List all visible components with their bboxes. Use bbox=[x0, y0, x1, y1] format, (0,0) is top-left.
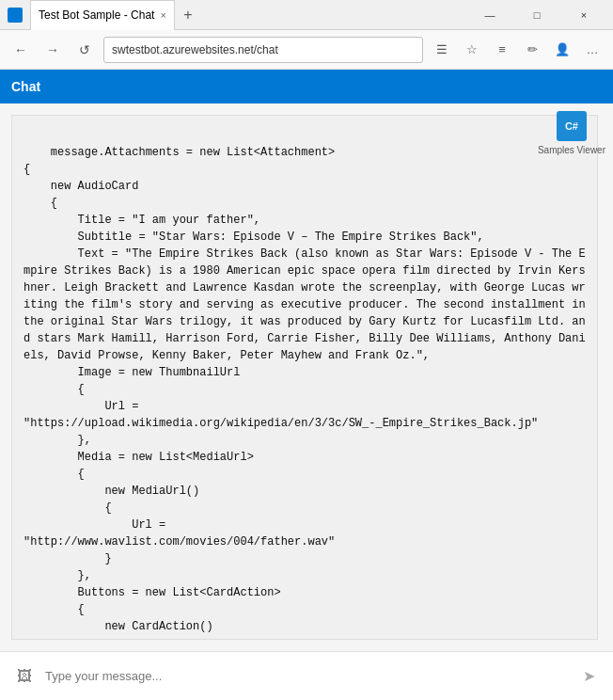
hub-icon[interactable]: ≡ bbox=[489, 37, 515, 63]
refresh-button[interactable]: ↺ bbox=[71, 37, 98, 63]
browser-tab[interactable]: Test Bot Sample - Chat × bbox=[30, 0, 175, 30]
chat-header: Chat bbox=[0, 70, 613, 103]
reader-mode-icon[interactable]: ☰ bbox=[429, 37, 455, 63]
message-input[interactable] bbox=[45, 669, 568, 683]
addressbar: ← → ↺ swtestbot.azurewebsites.net/chat ☰… bbox=[0, 30, 613, 70]
attachment-button[interactable]: 🖼 bbox=[11, 663, 38, 690]
web-note-icon[interactable]: ✏ bbox=[519, 37, 545, 63]
maximize-button[interactable]: □ bbox=[515, 0, 558, 30]
address-icons: ☰ ☆ ≡ ✏ 👤 … bbox=[429, 37, 605, 63]
back-button[interactable]: ← bbox=[8, 37, 34, 63]
input-bar: 🖼 ➤ bbox=[0, 651, 613, 700]
minimize-button[interactable]: — bbox=[468, 0, 511, 30]
new-tab-button[interactable]: + bbox=[175, 2, 201, 28]
titlebar: Test Bot Sample - Chat × + — □ × bbox=[0, 0, 613, 30]
browser-icon bbox=[8, 8, 23, 23]
favorites-icon[interactable]: ☆ bbox=[459, 37, 485, 63]
csharp-button[interactable]: C# bbox=[557, 111, 587, 141]
send-button[interactable]: ➤ bbox=[575, 663, 602, 690]
url-text: swtestbot.azurewebsites.net/chat bbox=[112, 43, 278, 56]
main-area: C# Samples Viewer message.Attachments = … bbox=[0, 103, 613, 651]
profile-icon[interactable]: 👤 bbox=[549, 37, 575, 63]
tab-close-button[interactable]: × bbox=[160, 9, 165, 21]
tab-title: Test Bot Sample - Chat bbox=[39, 8, 154, 22]
forward-button[interactable]: → bbox=[39, 37, 66, 63]
address-bar-input[interactable]: swtestbot.azurewebsites.net/chat bbox=[103, 37, 423, 63]
more-icon[interactable]: … bbox=[579, 37, 605, 63]
samples-viewer: C# Samples Viewer bbox=[538, 111, 605, 155]
samples-viewer-label: Samples Viewer bbox=[538, 145, 605, 155]
window-controls: — □ × bbox=[468, 0, 605, 30]
code-content: message.Attachments = new List<Attachmen… bbox=[24, 146, 592, 633]
window-close-button[interactable]: × bbox=[562, 0, 605, 30]
code-display: message.Attachments = new List<Attachmen… bbox=[11, 115, 598, 640]
chat-header-title: Chat bbox=[11, 79, 40, 94]
